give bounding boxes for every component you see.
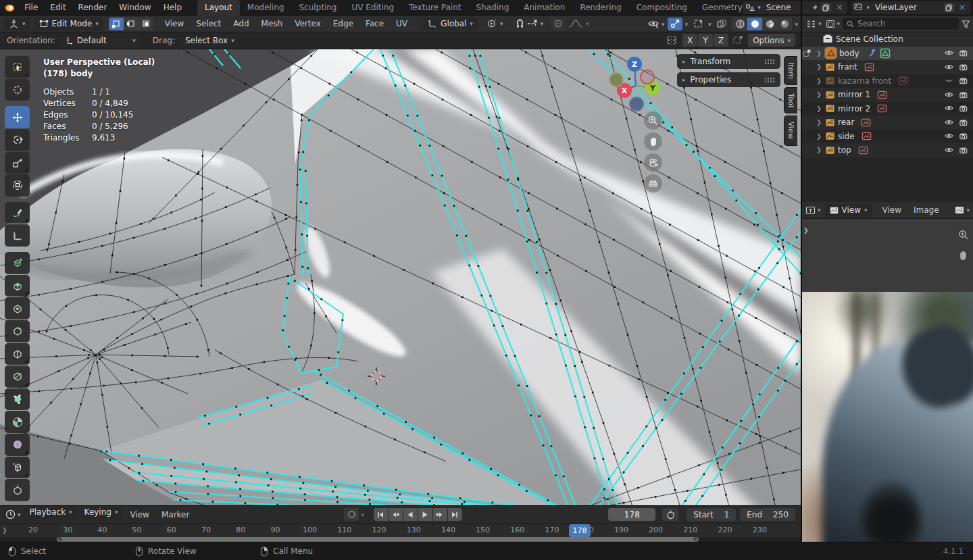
- image-datablock-button[interactable]: ▾: [955, 206, 970, 214]
- hide-eye-icon[interactable]: [944, 48, 954, 58]
- image-editor-mode-select[interactable]: View ▾: [825, 204, 872, 217]
- viewport-menu-vertex[interactable]: Vertex: [289, 16, 327, 32]
- outliner-display-mode[interactable]: ▾: [826, 20, 841, 28]
- transform-orientation[interactable]: Global ▾: [423, 18, 478, 30]
- tool-add-cube[interactable]: [5, 252, 30, 274]
- disable-render-icon[interactable]: [959, 90, 969, 100]
- timeline-ruler[interactable]: ❯ 20304050607080901001101201301401501601…: [0, 524, 801, 542]
- tool-measure[interactable]: [5, 224, 30, 247]
- tool-knife[interactable]: [5, 365, 30, 388]
- timeline-collapse-arrow[interactable]: ❯: [2, 527, 7, 534]
- hide-eye-icon[interactable]: [944, 90, 954, 100]
- start-frame-field[interactable]: Start 1: [687, 508, 736, 521]
- outliner-item-body[interactable]: ❯body: [802, 47, 973, 61]
- gizmo-y-neg[interactable]: [609, 72, 624, 87]
- tool-box-select[interactable]: [5, 56, 30, 78]
- image-editor-type-button[interactable]: ▾: [805, 206, 821, 215]
- timeline-scrollbar[interactable]: [0, 537, 801, 542]
- outliner-item-mirror-1[interactable]: ❯mirror 1: [802, 88, 973, 102]
- workspace-tab-layout[interactable]: Layout: [197, 0, 240, 16]
- viewport-menu-edge[interactable]: Edge: [327, 16, 359, 32]
- editor-type-button[interactable]: ▾: [4, 18, 30, 30]
- tool-cursor[interactable]: [5, 79, 30, 101]
- tool-extrude-region[interactable]: [5, 275, 30, 297]
- scene-unlink-icon[interactable]: ×: [834, 3, 845, 12]
- panel-grip[interactable]: [764, 77, 775, 83]
- mirror-y-toggle[interactable]: Y: [698, 34, 713, 47]
- disable-render-icon[interactable]: [959, 62, 969, 72]
- prev-keyframe-button[interactable]: [389, 508, 403, 521]
- workspace-tab-compositing[interactable]: Compositing: [629, 0, 695, 16]
- jump-to-end-button[interactable]: [448, 508, 462, 521]
- panel-grip[interactable]: [764, 59, 775, 65]
- menu-file[interactable]: File: [18, 0, 44, 16]
- gizmo-x-neg[interactable]: [640, 70, 655, 84]
- timeline-menu-view[interactable]: View: [124, 506, 155, 524]
- show-gizmo-toggle[interactable]: [668, 18, 682, 30]
- tool-shrink-fatten[interactable]: [5, 479, 30, 501]
- blender-logo-icon[interactable]: [0, 2, 18, 14]
- hide-eye-icon[interactable]: [944, 131, 954, 141]
- expand-arrow[interactable]: ❯: [816, 63, 822, 70]
- timeline-menu-playback[interactable]: Playback ▾: [25, 506, 77, 519]
- menu-edit[interactable]: Edit: [44, 0, 72, 16]
- disable-render-icon[interactable]: [959, 118, 969, 128]
- viewport-menu-mesh[interactable]: Mesh: [255, 16, 289, 32]
- timeline-menu-marker[interactable]: Marker: [155, 506, 195, 524]
- workspace-tab-shading[interactable]: Shading: [469, 0, 517, 16]
- auto-keying-toggle[interactable]: ▾: [344, 508, 364, 521]
- workspace-tab-animation[interactable]: Animation: [516, 0, 572, 16]
- outliner-item-mirror-2[interactable]: ❯mirror 2: [802, 102, 973, 116]
- outliner-search-input[interactable]: Search: [843, 18, 959, 30]
- mirror-x-toggle[interactable]: X: [682, 34, 697, 47]
- mode-selector[interactable]: Edit Mode ▾: [34, 18, 103, 30]
- expand-arrow[interactable]: ❯: [816, 147, 822, 153]
- outliner-item-top[interactable]: ❯top: [802, 143, 973, 157]
- scene-selector[interactable]: ▾ Scene ×: [743, 1, 847, 14]
- tool-edge-slide[interactable]: [5, 457, 30, 479]
- pin-icon[interactable]: [811, 4, 818, 11]
- image-editor-canvas[interactable]: ❯: [802, 219, 973, 542]
- play-reverse-button[interactable]: [403, 508, 418, 521]
- object-visibility-button[interactable]: ▾: [647, 19, 665, 29]
- mirror-z-toggle[interactable]: Z: [714, 34, 728, 47]
- editmode-mesh-icon[interactable]: [880, 48, 891, 59]
- sidebar-tab-item[interactable]: Item: [784, 56, 797, 85]
- viewport-menu-face[interactable]: Face: [359, 16, 390, 32]
- viewport-menu-view[interactable]: View: [159, 16, 190, 32]
- proportional-editing-toggle[interactable]: [551, 18, 566, 30]
- playhead[interactable]: 178: [569, 524, 591, 537]
- menu-help[interactable]: Help: [157, 0, 188, 16]
- shading-wireframe[interactable]: [732, 18, 747, 30]
- show-overlays-toggle[interactable]: [691, 18, 706, 30]
- outliner-item-rear[interactable]: ❯rear: [802, 116, 973, 130]
- expand-arrow[interactable]: ❯: [816, 133, 822, 140]
- gizmo-z-axis[interactable]: Z: [627, 57, 642, 72]
- region-expand-arrow[interactable]: ❯: [803, 227, 809, 234]
- modifier-wrench-icon[interactable]: [868, 48, 878, 59]
- jump-to-start-button[interactable]: [374, 508, 388, 521]
- tool-bevel[interactable]: [5, 320, 30, 342]
- transform-panel-header[interactable]: ▸Transform: [677, 54, 780, 69]
- outliner-item-frant[interactable]: ❯frant: [802, 60, 973, 74]
- filter-icon[interactable]: [962, 20, 970, 28]
- use-preview-range-toggle[interactable]: [662, 508, 678, 521]
- menu-render[interactable]: Render: [72, 0, 114, 16]
- workspace-tab-geometry-nodes[interactable]: Geometry Nodes: [695, 0, 743, 16]
- tool-inset-faces[interactable]: [5, 297, 30, 320]
- tool-options-button[interactable]: Options ▾: [748, 34, 795, 47]
- viewport-3d[interactable]: User Perspective (Local) (178) body Obje…: [0, 49, 801, 505]
- pivot-point-button[interactable]: ▾: [482, 18, 508, 30]
- proportional-falloff-icon[interactable]: [568, 19, 583, 28]
- next-keyframe-button[interactable]: [433, 508, 447, 521]
- shading-rendered[interactable]: [777, 18, 792, 30]
- hide-eye-icon[interactable]: [944, 76, 954, 86]
- select-mode-face[interactable]: [139, 18, 153, 30]
- workspace-tab-uv-editing[interactable]: UV Editing: [344, 0, 401, 16]
- viewport-menu-add[interactable]: Add: [227, 16, 255, 32]
- toggle-perspective-button[interactable]: [644, 174, 662, 193]
- hide-eye-icon[interactable]: [944, 62, 954, 72]
- gizmo-z-neg[interactable]: [629, 97, 644, 111]
- hide-eye-icon[interactable]: [944, 103, 954, 113]
- sidebar-tab-view[interactable]: View: [784, 116, 797, 145]
